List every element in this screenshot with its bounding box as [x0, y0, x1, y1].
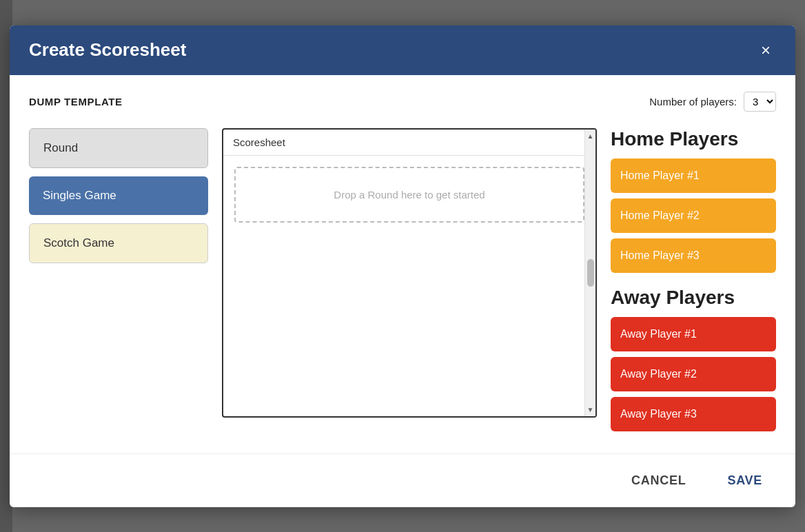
modal-close-button[interactable]: ×	[755, 39, 776, 61]
num-players-label: Number of players:	[649, 96, 737, 108]
scoresheet-drop-zone[interactable]: Drop a Round here to get started	[234, 167, 584, 223]
scoresheet-scrollbar[interactable]: ▲ ▼	[584, 130, 595, 416]
drag-item-singles[interactable]: Singles Game	[29, 176, 208, 215]
scoresheet-area: Scoresheet Drop a Round here to get star…	[222, 128, 597, 418]
home-player-2-button[interactable]: Home Player #2	[611, 198, 776, 233]
scroll-down-icon[interactable]: ▼	[584, 405, 597, 415]
home-player-1-button[interactable]: Home Player #1	[611, 158, 776, 193]
cancel-button[interactable]: CANCEL	[618, 467, 700, 495]
save-button[interactable]: SAVE	[713, 467, 776, 495]
away-players-title: Away Players	[611, 287, 776, 309]
scoresheet-header: Scoresheet	[223, 130, 595, 156]
home-players-title: Home Players	[611, 128, 776, 150]
away-player-1-button[interactable]: Away Player #1	[611, 317, 776, 351]
scroll-up-icon[interactable]: ▲	[584, 131, 597, 141]
num-players-control: Number of players: 1 2 3 4 5 6	[649, 92, 776, 112]
dump-template-label: DUMP TEMPLATE	[29, 96, 123, 108]
drag-item-scotch[interactable]: Scotch Game	[29, 223, 208, 263]
modal-title: Create Scoresheet	[29, 39, 186, 61]
away-player-2-button[interactable]: Away Player #2	[611, 357, 776, 391]
drag-item-round[interactable]: Round	[29, 128, 208, 168]
home-player-3-button[interactable]: Home Player #3	[611, 238, 776, 273]
away-player-3-button[interactable]: Away Player #3	[611, 397, 776, 431]
top-bar: DUMP TEMPLATE Number of players: 1 2 3 4…	[29, 92, 776, 112]
main-content: Round Singles Game Scotch Game Scoreshee…	[29, 128, 776, 437]
num-players-select[interactable]: 1 2 3 4 5 6	[744, 92, 776, 112]
right-panel: Home Players Home Player #1 Home Player …	[611, 128, 776, 437]
modal-footer: CANCEL SAVE	[10, 453, 795, 507]
modal-body: DUMP TEMPLATE Number of players: 1 2 3 4…	[10, 75, 795, 453]
modal-header: Create Scoresheet ×	[10, 25, 795, 75]
scrollbar-thumb[interactable]	[587, 259, 594, 287]
left-panel: Round Singles Game Scotch Game	[29, 128, 208, 263]
create-scoresheet-modal: Create Scoresheet × DUMP TEMPLATE Number…	[10, 25, 795, 507]
